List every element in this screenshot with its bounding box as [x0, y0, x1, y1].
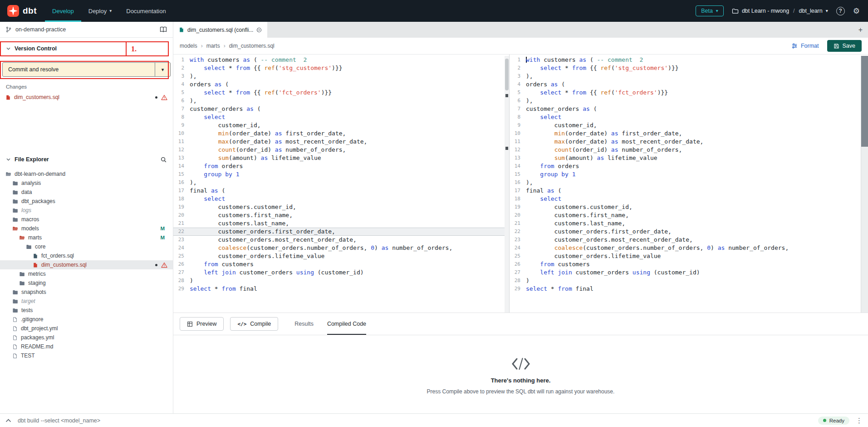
new-tab-plus-icon[interactable]: +: [853, 22, 868, 38]
tab-compiled-code[interactable]: Compiled Code: [327, 313, 366, 335]
version-control-header[interactable]: Version Control: [0, 42, 173, 55]
line-number: 8: [173, 113, 190, 121]
tree-item-models[interactable]: modelsM: [0, 224, 173, 233]
tab-results[interactable]: Results: [294, 313, 314, 335]
nav-item-documentation[interactable]: Documentation: [119, 0, 173, 22]
nav-item-deploy[interactable]: Deploy▾: [81, 0, 119, 22]
line-number: 12: [510, 146, 526, 154]
breadcrumb-item[interactable]: models: [180, 43, 197, 49]
search-icon[interactable]: [160, 156, 167, 163]
breadcrumb: models›marts›dim_customers.sql: [180, 43, 275, 49]
code-line-content: customer_orders.first_order_date,: [526, 228, 672, 236]
diff-right-pane[interactable]: 1with customers as ( -- comment 22 selec…: [509, 55, 868, 313]
tree-item-metrics[interactable]: metrics: [0, 269, 173, 278]
file-tree: dbt-learn-on-demandanalysisdatadbt_packa…: [0, 169, 173, 360]
branch-row[interactable]: on-demand-practice: [0, 22, 173, 38]
account-switcher[interactable]: dbt Learn - mwong / dbt_learn ▾: [732, 8, 828, 14]
scrollbar-thumb[interactable]: [505, 59, 509, 90]
tree-item-label: dbt_project.yml: [21, 325, 58, 332]
status-right: Ready ⋮: [818, 417, 863, 425]
code-line: 9 customer_id,: [173, 121, 505, 129]
line-number: 15: [510, 170, 526, 179]
folder-icon: [12, 289, 18, 295]
save-button[interactable]: Save: [827, 40, 862, 52]
line-number: 4: [510, 80, 526, 89]
code-line: 24 coalesce(customer_orders.number_of_or…: [173, 244, 505, 252]
diff-left-pane[interactable]: 1with customers as ( -- comment 22 selec…: [173, 55, 509, 313]
folder-icon: [12, 308, 18, 313]
tree-item-data[interactable]: data: [0, 188, 173, 197]
compile-code-icon: </>: [237, 321, 246, 327]
dbt-logo-text: dbt: [23, 6, 37, 16]
nav-item-develop[interactable]: Develop: [45, 0, 81, 22]
tree-item-packages-yml[interactable]: packages.yml: [0, 333, 173, 342]
line-number: 22: [510, 228, 526, 236]
scrollbar-thumb[interactable]: [861, 56, 868, 147]
line-number: 16: [510, 179, 526, 187]
line-number: 18: [510, 195, 526, 203]
editor-tab-dim-customers[interactable]: dim_customers.sql (confli...: [173, 22, 267, 38]
model-file-icon: [5, 94, 11, 100]
code-line-content: select * from {{ ref('fct_orders')}}: [526, 89, 668, 97]
tree-item-target[interactable]: target: [0, 297, 173, 306]
line-number: 6: [173, 97, 190, 105]
tree-item-test[interactable]: TEST: [0, 351, 173, 360]
file-icon: [12, 317, 18, 323]
tree-item-core[interactable]: core: [0, 242, 173, 251]
preview-button[interactable]: Preview: [180, 317, 224, 331]
tree-item-tests[interactable]: tests: [0, 306, 173, 315]
beta-dropdown[interactable]: Beta ▾: [696, 5, 724, 16]
command-input[interactable]: dbt build --select <model_name>: [18, 417, 100, 424]
line-number: 21: [173, 219, 190, 228]
tree-item-marts[interactable]: martsM: [0, 233, 173, 242]
code-line: 4orders as (: [510, 80, 861, 89]
code-line-content: customer_orders.most_recent_order_date,: [526, 236, 693, 244]
tree-item-label: core: [35, 243, 45, 250]
tree-item-macros[interactable]: macros: [0, 215, 173, 224]
code-line-content: min(order_date) as first_order_date,: [526, 129, 682, 138]
code-line: 19 customers.customer_id,: [173, 203, 505, 211]
line-number: 20: [510, 211, 526, 219]
breadcrumb-item[interactable]: dim_customers.sql: [229, 43, 275, 49]
code-line: 6),: [510, 97, 861, 105]
code-line: 27 left join customer_orders using (cust…: [173, 268, 505, 277]
docs-book-icon[interactable]: [159, 26, 167, 33]
tree-item-analysis[interactable]: analysis: [0, 179, 173, 188]
breadcrumb-item[interactable]: marts: [206, 43, 220, 49]
tree-item-label: macros: [21, 216, 39, 223]
commit-and-resolve-button[interactable]: Commit and resolve ▾: [2, 62, 171, 77]
diff-editor: 1with customers as ( -- comment 22 selec…: [173, 55, 868, 313]
tree-item-dim-customers-sql[interactable]: dim_customers.sql: [0, 260, 173, 269]
tree-item-dbt-packages[interactable]: dbt_packages: [0, 197, 173, 206]
compile-button[interactable]: </> Compile: [230, 317, 278, 331]
left-pane-scrollbar[interactable]: [505, 56, 509, 313]
tree-item-snapshots[interactable]: snapshots: [0, 288, 173, 297]
line-number: 4: [173, 80, 190, 89]
dbt-logo[interactable]: dbt: [0, 0, 45, 22]
tree-item-dbt-project-yml[interactable]: dbt_project.yml: [0, 324, 173, 333]
tree-item-fct-orders-sql[interactable]: fct_orders.sql: [0, 251, 173, 260]
tab-modified-icon[interactable]: [256, 27, 262, 33]
tree-item-readme-md[interactable]: README.md: [0, 342, 173, 351]
tree-item-staging[interactable]: staging: [0, 278, 173, 288]
tree-item-dbt-learn-on-demand[interactable]: dbt-learn-on-demand: [0, 169, 173, 179]
code-line-content: customer_orders.most_recent_order_date,: [190, 236, 357, 244]
chevron-up-icon[interactable]: [5, 419, 11, 422]
line-number: 18: [173, 195, 190, 203]
tree-item-logs[interactable]: logs: [0, 206, 173, 215]
line-number: 20: [173, 211, 190, 219]
tree-item--gitignore[interactable]: .gitignore: [0, 315, 173, 324]
format-button[interactable]: Format: [791, 43, 819, 49]
kebab-menu-icon[interactable]: ⋮: [856, 417, 863, 425]
changed-file-item[interactable]: dim_customers.sql: [0, 92, 173, 102]
tree-item-label: dbt_packages: [21, 198, 55, 204]
git-branch-icon: [5, 26, 12, 33]
settings-gear-icon[interactable]: ⚙: [853, 6, 860, 15]
line-number: 29: [173, 285, 190, 293]
file-explorer-header[interactable]: File Explorer: [0, 153, 173, 166]
code-line-content: count(order_id) as number_of_orders,: [190, 146, 346, 154]
help-button[interactable]: ?: [836, 7, 845, 15]
editor-scrollbar[interactable]: [861, 56, 868, 313]
code-line-content: ),: [190, 72, 197, 80]
commit-dropdown-caret[interactable]: ▾: [155, 63, 170, 76]
